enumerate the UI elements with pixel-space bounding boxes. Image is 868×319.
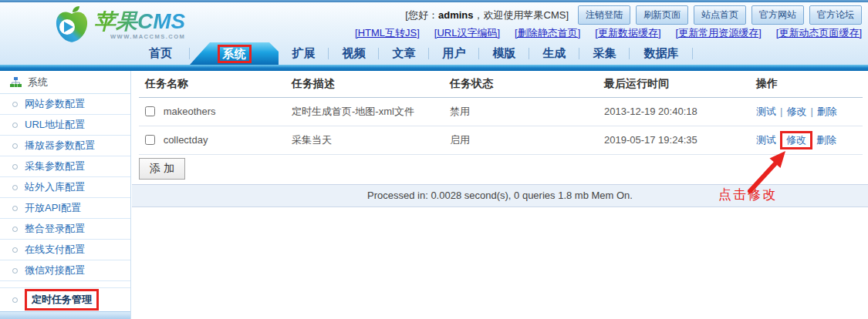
column-header-task-name: 任务名称 xyxy=(139,71,285,97)
refresh-page-button[interactable]: 刷新页面 xyxy=(636,5,688,25)
tab-user[interactable]: 用户 xyxy=(429,42,479,65)
annotation-click-label: 点击修改 xyxy=(718,186,777,203)
tab-generate[interactable]: 生成 xyxy=(529,42,579,65)
greeting-text: [您好：admins，欢迎使用苹果CMS] xyxy=(405,8,569,22)
bullet-icon xyxy=(12,268,18,274)
greeting-prefix: [您好： xyxy=(405,9,438,21)
logo-subtitle: WWW.MACCMS.COM xyxy=(94,33,185,40)
official-forum-button[interactable]: 官方论坛 xyxy=(809,5,862,25)
delete-link[interactable]: 删除 xyxy=(817,106,837,117)
tab-collect[interactable]: 采集 xyxy=(579,42,630,65)
row-checkbox[interactable] xyxy=(145,135,155,145)
column-header-task-desc: 任务描述 xyxy=(285,71,444,97)
site-home-button[interactable]: 站点首页 xyxy=(694,5,746,25)
task-name-cell: makeothers xyxy=(139,97,285,126)
sidebar-item-scheduled-tasks[interactable]: 定时任务管理 xyxy=(0,288,130,311)
link-update-data-cache[interactable]: [更新数据缓存] xyxy=(595,26,660,40)
sidebar-item-label: 微信对接配置 xyxy=(25,264,85,277)
sidebar-item-integrated-login[interactable]: 整合登录配置 xyxy=(0,219,130,240)
tab-template[interactable]: 模版 xyxy=(479,42,529,65)
sidebar-item-label: 整合登录配置 xyxy=(25,222,85,236)
edit-link[interactable]: 修改 xyxy=(786,106,806,117)
column-header-task-status: 任务状态 xyxy=(444,71,598,97)
task-desc-cell: 定时生成首页-地图-xml文件 xyxy=(285,97,444,126)
bullet-icon xyxy=(12,164,18,170)
sidebar: 系统 网站参数配置 URL地址配置 播放器参数配置 采集参数配置 站外入库配置 … xyxy=(0,71,131,319)
sidebar-item-label: 网站参数配置 xyxy=(25,97,85,111)
action-separator: | xyxy=(780,106,782,117)
tab-home[interactable]: 首页 xyxy=(131,42,190,65)
tab-article[interactable]: 文章 xyxy=(379,42,429,65)
table-header-row: 任务名称 任务描述 任务状态 最后运行时间 操作 xyxy=(139,71,863,97)
bullet-icon xyxy=(12,297,18,303)
table-row: collectday 采集当天 启用 2019-05-17 19:24:35 测… xyxy=(139,126,863,154)
greeting-row: [您好：admins，欢迎使用苹果CMS] 注销登陆 刷新页面 站点首页 官方网… xyxy=(405,5,862,25)
bullet-icon xyxy=(12,247,18,253)
status-badge: 启用 xyxy=(444,126,598,154)
bullet-icon xyxy=(12,227,18,232)
header: 苹果CMS WWW.MACCMS.COM [您好：admins，欢迎使用苹果CM… xyxy=(0,0,868,65)
tab-video[interactable]: 视频 xyxy=(329,42,379,65)
quick-links-row: [HTML互转JS] [URL汉字编码] [删除静态首页] [更新数据缓存] [… xyxy=(355,26,862,40)
row-checkbox[interactable] xyxy=(145,106,155,116)
sidebar-spacer xyxy=(0,281,130,288)
task-name: collectday xyxy=(164,134,208,146)
column-header-last-run: 最后运行时间 xyxy=(598,71,750,97)
sidebar-item-online-payment[interactable]: 在线支付配置 xyxy=(0,240,130,260)
task-name-cell: collectday xyxy=(139,126,285,154)
sidebar-item-wechat-connect[interactable]: 微信对接配置 xyxy=(0,260,130,281)
annotation-box-sidebar-item: 定时任务管理 xyxy=(25,289,99,311)
link-update-dynamic-cache[interactable]: [更新动态页面缓存] xyxy=(776,26,862,40)
test-link[interactable]: 测试 xyxy=(756,134,776,146)
test-link[interactable]: 测试 xyxy=(756,106,776,117)
sidebar-item-player-params[interactable]: 播放器参数配置 xyxy=(0,136,130,156)
sidebar-item-label: 站外入库配置 xyxy=(25,180,85,194)
username: admins xyxy=(438,9,474,21)
admin-page: 苹果CMS WWW.MACCMS.COM [您好：admins，欢迎使用苹果CM… xyxy=(0,0,868,319)
task-name: makeothers xyxy=(164,106,216,117)
actions-cell: 测试修改删除 xyxy=(750,126,863,154)
column-header-actions: 操作 xyxy=(750,71,863,97)
link-delete-static-home[interactable]: [删除静态首页] xyxy=(515,26,580,40)
action-separator: | xyxy=(810,106,812,117)
last-run-time: 2013-12-19 20:40:18 xyxy=(598,97,750,126)
logo-title: 苹果CMS xyxy=(94,11,185,32)
bullet-icon xyxy=(12,102,18,107)
sidebar-item-site-params[interactable]: 网站参数配置 xyxy=(0,94,130,115)
tab-system[interactable]: 系统 xyxy=(190,42,279,65)
logo-text: 苹果CMS WWW.MACCMS.COM xyxy=(94,11,185,40)
link-url-encode[interactable]: [URL汉字编码] xyxy=(434,26,500,40)
sidebar-group-title: 系统 xyxy=(28,76,48,89)
logout-button[interactable]: 注销登陆 xyxy=(578,5,630,25)
official-site-button[interactable]: 官方网站 xyxy=(751,5,804,25)
logo[interactable]: 苹果CMS WWW.MACCMS.COM xyxy=(54,6,185,45)
status-badge: 禁用 xyxy=(444,97,598,126)
nav-tabs: 首页 系统 扩展 视频 文章 用户 模版 生成 采集 数据库 xyxy=(131,42,693,65)
sidebar-item-label: 开放API配置 xyxy=(25,201,81,215)
apple-logo-icon xyxy=(54,6,90,45)
bullet-icon xyxy=(12,143,18,149)
annotation-box-edit-link[interactable]: 修改 xyxy=(780,131,812,149)
task-desc-cell: 采集当天 xyxy=(285,126,444,154)
sidebar-item-url-config[interactable]: URL地址配置 xyxy=(0,115,130,136)
tab-database[interactable]: 数据库 xyxy=(630,42,693,65)
sidebar-item-label: URL地址配置 xyxy=(25,118,85,132)
link-html-to-js[interactable]: [HTML互转JS] xyxy=(355,26,420,40)
sidebar-item-open-api[interactable]: 开放API配置 xyxy=(0,198,130,219)
annotation-box-system-tab: 系统 xyxy=(218,45,252,63)
last-run-time: 2019-05-17 19:24:35 xyxy=(598,126,750,154)
sidebar-item-collect-params[interactable]: 采集参数配置 xyxy=(0,156,130,177)
sidebar-item-label: 播放器参数配置 xyxy=(25,139,95,153)
task-table: 任务名称 任务描述 任务状态 最后运行时间 操作 makeothers 定时生成… xyxy=(139,71,863,155)
sidebar-item-external-store[interactable]: 站外入库配置 xyxy=(0,177,130,198)
top-border-line xyxy=(0,0,868,2)
sidebar-item-label: 采集参数配置 xyxy=(25,160,85,173)
link-update-resource-cache[interactable]: [更新常用资源缓存] xyxy=(676,26,762,40)
nav-bottom-strip xyxy=(0,65,868,71)
add-button[interactable]: 添 加 xyxy=(139,158,185,180)
sidebar-item-label: 在线支付配置 xyxy=(25,243,85,257)
sidebar-bottom-strip xyxy=(0,311,130,319)
tab-extensions[interactable]: 扩展 xyxy=(279,42,329,65)
bullet-icon xyxy=(12,206,18,211)
delete-link[interactable]: 删除 xyxy=(816,134,836,146)
